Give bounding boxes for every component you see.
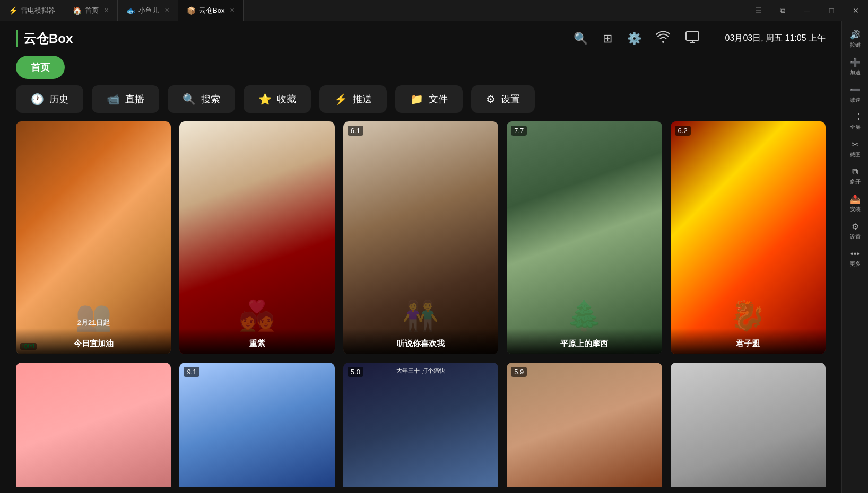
cat-label-favorites: 收藏 xyxy=(277,93,296,105)
sidebar-icon-more: ••• xyxy=(850,249,860,259)
maximize-btn[interactable]: □ xyxy=(819,0,844,21)
sidebar-label-more: 更多 xyxy=(850,260,861,268)
movie-promo-8: 大年三十 打个痛快 xyxy=(343,367,498,375)
category-live[interactable]: 📹 直播 xyxy=(92,85,159,113)
category-push[interactable]: ⚡ 推送 xyxy=(319,85,387,113)
sidebar-label-install: 安装 xyxy=(850,206,861,213)
cat-label-live: 直播 xyxy=(125,93,144,105)
tab-home[interactable]: 🏠 首页✕ xyxy=(64,0,118,21)
tab-label-home: 首页 xyxy=(85,6,99,15)
tab-close-home[interactable]: ✕ xyxy=(104,7,109,14)
sidebar-item-fullscreen[interactable]: ⛶ 全屏 xyxy=(842,108,868,135)
sidebar-label-subtract: 减速 xyxy=(850,96,861,104)
sidebar-icon-fullscreen: ⛶ xyxy=(851,112,860,122)
category-search[interactable]: 🔍 搜索 xyxy=(168,85,235,113)
movie-date-1: 2月21日起 xyxy=(16,318,171,328)
sidebar-item-more[interactable]: ••• 更多 xyxy=(842,245,868,272)
datetime-display: 03月03日, 周五 11:05 上午 xyxy=(725,33,826,44)
cat-icon-favorites: ⭐ xyxy=(258,93,272,105)
sidebar-item-volume[interactable]: 🔊 按键 xyxy=(842,25,868,53)
sidebar-item-add[interactable]: ➕ 加速 xyxy=(842,53,868,81)
cat-label-settings2: 设置 xyxy=(501,93,520,105)
titlebar: ⚡ 雷电模拟器🏠 首页✕🐟 小鱼儿✕📦 云仓Box✕ ☰ ⧉ ─ □ ✕ xyxy=(0,0,868,21)
cat-icon-push: ⚡ xyxy=(334,93,348,105)
movie-card-6[interactable]: 🌸 女大学品格 xyxy=(16,363,171,487)
movie-card-1[interactable]: 👥2月21日起iQIYI 今日宜加油 xyxy=(16,121,171,354)
movie-card-5[interactable]: 🐉6.2 君子盟 xyxy=(671,121,826,354)
movie-overlay-3: 听说你喜欢我 xyxy=(343,328,498,354)
content-area: 👥2月21日起iQIYI 今日宜加油 💑 重紫 👫6.1 听说你喜欢我 🌲7.7… xyxy=(0,121,841,487)
movie-title-2: 重紫 xyxy=(185,339,329,349)
menu-btn[interactable]: ☰ xyxy=(746,0,770,21)
movie-card-7[interactable]: 🏔9.1 大预言 xyxy=(179,363,334,487)
sidebar-icon-add: ➕ xyxy=(850,57,861,67)
home-button[interactable]: 首页 xyxy=(16,56,65,79)
sidebar-item-screenshot[interactable]: ✂ 截图 xyxy=(842,135,868,163)
sidebar-icon-subtract: ➖ xyxy=(850,85,861,95)
tab-icon-home: 🏠 xyxy=(73,6,82,15)
movie-card-8[interactable]: ⚔5.0大年三十 打个痛快 天龙八部之乔峰传 xyxy=(343,363,498,487)
movie-rating-4: 7.7 xyxy=(511,126,527,136)
sidebar-label-fullscreen: 全屏 xyxy=(850,124,861,131)
movie-rating-9: 5.9 xyxy=(511,367,527,377)
sidebar-item-subtract[interactable]: ➖ 减速 xyxy=(842,81,868,108)
movie-overlay-1: 今日宜加油 xyxy=(16,328,171,354)
tab-close-xiaoyu[interactable]: ✕ xyxy=(164,7,169,14)
cast-icon[interactable] xyxy=(685,31,700,46)
sidebar-label-add: 加速 xyxy=(850,69,861,76)
sidebar-icon-volume: 🔊 xyxy=(850,30,861,40)
sidebar-item-multiopen[interactable]: ⧉ 多开 xyxy=(842,163,868,190)
cat-icon-search: 🔍 xyxy=(183,93,196,105)
movie-title-4: 平原上的摩西 xyxy=(512,339,656,349)
wifi-icon[interactable] xyxy=(656,31,670,46)
category-files[interactable]: 📁 文件 xyxy=(395,85,463,113)
cat-label-search: 搜索 xyxy=(201,93,220,105)
tabs-container: ⚡ 雷电模拟器🏠 首页✕🐟 小鱼儿✕📦 云仓Box✕ xyxy=(0,0,244,21)
movie-overlay-5: 君子盟 xyxy=(671,328,826,354)
movie-grid: 👥2月21日起iQIYI 今日宜加油 💑 重紫 👫6.1 听说你喜欢我 🌲7.7… xyxy=(16,121,826,487)
movie-card-3[interactable]: 👫6.1 听说你喜欢我 xyxy=(343,121,498,354)
layout-icon[interactable]: ⊞ xyxy=(603,32,612,46)
sidebar-item-install[interactable]: 📥 安装 xyxy=(842,190,868,217)
movie-card-4[interactable]: 🌲7.7 平原上的摩西 xyxy=(507,121,662,354)
cat-label-files: 文件 xyxy=(429,93,448,105)
home-nav: 首页 xyxy=(0,56,841,85)
minimize-btn[interactable]: ─ xyxy=(795,0,819,21)
sidebar-icon-screenshot: ✂ xyxy=(852,139,858,149)
movie-card-9[interactable]: 💑5.9 武林有佳茗 xyxy=(507,363,662,487)
restore-btn[interactable]: ⧉ xyxy=(770,0,795,21)
main-content: 云仓Box 🔍 ⊞ ⚙️ 03月03日, 周五 11:05 上午 xyxy=(0,21,841,493)
sidebar-label-volume: 按键 xyxy=(850,41,861,49)
tab-close-yuncang[interactable]: ✕ xyxy=(230,7,235,14)
tab-yuncang[interactable]: 📦 云仓Box✕ xyxy=(178,0,244,21)
movie-title-1: 今日宜加油 xyxy=(21,339,166,349)
movie-title-5: 君子盟 xyxy=(676,339,820,349)
window-controls: ☰ ⧉ ─ □ ✕ xyxy=(746,0,868,21)
app-header: 云仓Box 🔍 ⊞ ⚙️ 03月03日, 周五 11:05 上午 xyxy=(0,21,841,56)
category-favorites[interactable]: ⭐ 收藏 xyxy=(244,85,311,113)
right-sidebar: 🔊 按键➕ 加速➖ 减速⛶ 全屏✂ 截图⧉ 多开📥 安装⚙ 设置••• 更多 xyxy=(841,21,868,493)
svg-rect-0 xyxy=(686,32,699,40)
sidebar-label-config: 设置 xyxy=(850,233,861,241)
sidebar-label-multiopen: 多开 xyxy=(850,178,861,186)
tab-thunderbolt[interactable]: ⚡ 雷电模拟器 xyxy=(0,0,64,21)
search-icon[interactable]: 🔍 xyxy=(574,32,588,46)
tab-icon-xiaoyu: 🐟 xyxy=(126,6,135,15)
tab-xiaoyu[interactable]: 🐟 小鱼儿✕ xyxy=(118,0,178,21)
category-history[interactable]: 🕐 历史 xyxy=(16,85,83,113)
close-btn[interactable]: ✕ xyxy=(844,0,868,21)
movie-card-2[interactable]: 💑 重紫 xyxy=(179,121,334,354)
cat-label-history: 历史 xyxy=(49,93,68,105)
header-icons: 🔍 ⊞ ⚙️ 03月03日, 周五 11:05 上午 xyxy=(574,31,826,46)
tab-label-yuncang: 云仓Box xyxy=(199,6,224,15)
cat-label-push: 推送 xyxy=(353,93,372,105)
movie-card-10[interactable]: 🏙 xyxy=(671,363,826,487)
category-settings2[interactable]: ⚙ 设置 xyxy=(471,85,535,113)
movie-rating-3: 6.1 xyxy=(348,126,363,136)
settings-icon[interactable]: ⚙️ xyxy=(627,32,641,46)
sidebar-item-config[interactable]: ⚙ 设置 xyxy=(842,217,868,245)
cat-icon-files: 📁 xyxy=(410,93,423,105)
movie-rating-5: 6.2 xyxy=(675,126,691,136)
tab-icon-yuncang: 📦 xyxy=(187,6,196,15)
tab-label-xiaoyu: 小鱼儿 xyxy=(138,6,159,15)
